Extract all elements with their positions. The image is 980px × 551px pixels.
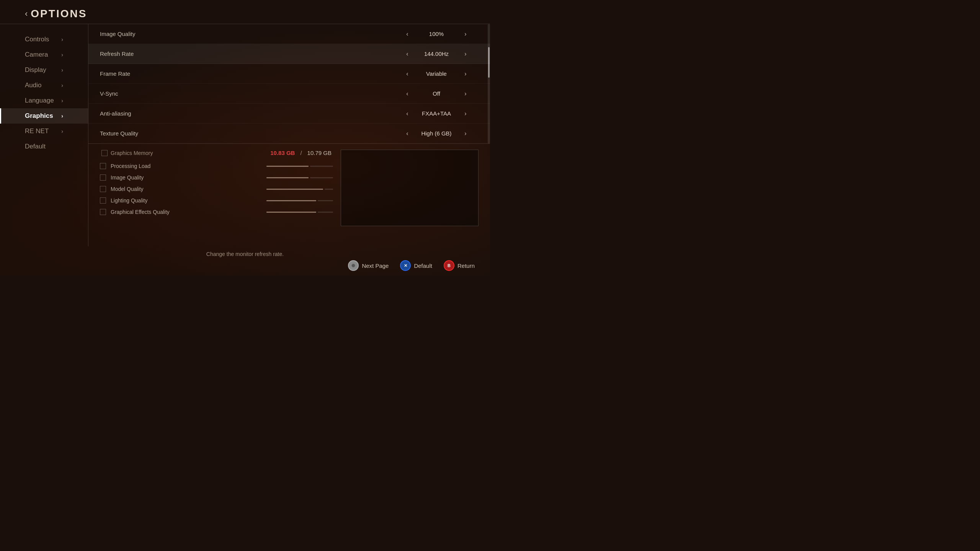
sidebar-item-renet[interactable]: RE NET › [0, 124, 88, 139]
memory-separator: / [300, 150, 302, 156]
memory-used: 10.83 GB [270, 150, 295, 156]
memory-info: Graphics Memory 10.83 GB / 10.79 GB [100, 150, 333, 156]
return-label: Return [457, 262, 475, 269]
next-page-button[interactable]: Next Page [348, 260, 389, 271]
checkbox-graphical-effects[interactable] [100, 209, 106, 215]
sidebar-label-default: Default [25, 143, 46, 150]
sidebar-label-display: Display [25, 66, 46, 74]
sidebar-label-renet: RE NET [25, 127, 49, 135]
checkbox-label-processing-load: Processing Load [111, 163, 260, 169]
setting-label-anti-aliasing: Anti-aliasing [100, 110, 394, 117]
arrow-left-vsync[interactable]: ‹ [403, 90, 411, 97]
return-button[interactable]: B Return [444, 260, 475, 271]
chevron-icon: › [61, 36, 63, 42]
bar-model-quality [266, 189, 333, 190]
sidebar-label-audio: Audio [25, 82, 41, 89]
bar-filled-model-quality [266, 189, 323, 190]
chevron-icon: › [61, 98, 63, 104]
sidebar-label-controls: Controls [25, 36, 49, 43]
setting-row-refresh-rate: Refresh Rate ‹ 144.00Hz › [88, 44, 490, 64]
chevron-icon: › [61, 67, 63, 73]
checkbox-label-model-quality: Model Quality [111, 186, 260, 192]
checkbox-lighting-quality[interactable] [100, 197, 106, 204]
bar-filled-lighting-quality [266, 200, 316, 201]
setting-controls-refresh-rate: ‹ 144.00Hz › [394, 51, 479, 57]
bar-filled-processing-load [266, 166, 309, 167]
sidebar-label-graphics: Graphics [25, 112, 53, 120]
checkbox-memory[interactable] [101, 150, 108, 156]
checkbox-image-quality-cb[interactable] [100, 174, 106, 181]
page-container: ‹ OPTIONS Controls › Camera › Display › … [0, 0, 490, 276]
sidebar-item-controls[interactable]: Controls › [0, 32, 88, 47]
setting-value-vsync: Off [417, 90, 456, 97]
setting-value-frame-rate: Variable [417, 70, 456, 77]
setting-controls-anti-aliasing: ‹ FXAA+TAA › [394, 110, 479, 117]
setting-controls-image-quality: ‹ 100% › [394, 31, 479, 37]
default-button[interactable]: ✕ Default [400, 260, 432, 271]
setting-row-vsync: V-Sync ‹ Off › [88, 84, 490, 104]
checkbox-row-graphical-effects: Graphical Effects Quality [100, 207, 333, 217]
bar-empty-graphical-effects [318, 212, 333, 213]
sidebar: Controls › Camera › Display › Audio › La… [0, 24, 88, 246]
memory-label: Graphics Memory [111, 150, 267, 156]
sidebar-item-language[interactable]: Language › [0, 93, 88, 108]
arrow-left-frame-rate[interactable]: ‹ [403, 70, 411, 77]
main-content: Controls › Camera › Display › Audio › La… [0, 24, 490, 246]
arrow-left-image-quality[interactable]: ‹ [403, 31, 411, 37]
bar-processing-load [266, 166, 333, 167]
arrow-left-anti-aliasing[interactable]: ‹ [403, 110, 411, 117]
bar-graphical-effects [266, 212, 333, 213]
settings-bottom: Graphics Memory 10.83 GB / 10.79 GB Proc… [88, 144, 490, 246]
chevron-icon: › [61, 52, 63, 58]
back-icon[interactable]: ‹ [25, 9, 28, 19]
setting-label-texture-quality: Texture Quality [100, 130, 394, 137]
footer-buttons: Next Page ✕ Default B Return [15, 260, 475, 271]
bar-empty-lighting-quality [318, 200, 333, 201]
arrow-right-anti-aliasing[interactable]: › [462, 110, 469, 117]
setting-row-frame-rate: Frame Rate ‹ Variable › [88, 64, 490, 84]
checkbox-label-graphical-effects: Graphical Effects Quality [111, 209, 260, 215]
header: ‹ OPTIONS [0, 0, 490, 24]
arrow-left-texture-quality[interactable]: ‹ [403, 130, 411, 137]
checkbox-model-quality[interactable] [100, 186, 106, 192]
bar-lighting-quality [266, 200, 333, 201]
default-label: Default [414, 262, 432, 269]
checkbox-row-processing-load: Processing Load [100, 161, 333, 171]
checkbox-label-image-quality: Image Quality [111, 174, 260, 181]
arrow-right-texture-quality[interactable]: › [462, 130, 469, 137]
page-title: OPTIONS [31, 8, 87, 20]
setting-controls-vsync: ‹ Off › [394, 90, 479, 97]
arrow-left-refresh-rate[interactable]: ‹ [403, 51, 411, 57]
back-title: ‹ OPTIONS [25, 8, 465, 20]
sidebar-label-camera: Camera [25, 51, 48, 59]
setting-value-refresh-rate: 144.00Hz [417, 51, 456, 57]
checkbox-row-model-quality: Model Quality [100, 184, 333, 194]
sidebar-item-graphics[interactable]: Graphics › [0, 108, 88, 124]
stick-icon [348, 260, 359, 271]
sidebar-item-default[interactable]: Default [0, 139, 88, 154]
sidebar-item-camera[interactable]: Camera › [0, 47, 88, 62]
setting-value-anti-aliasing: FXAA+TAA [417, 110, 456, 117]
sidebar-item-audio[interactable]: Audio › [0, 78, 88, 93]
bar-image-quality [266, 177, 333, 178]
checkbox-processing-load[interactable] [100, 163, 106, 169]
arrow-right-image-quality[interactable]: › [462, 31, 469, 37]
bar-empty-model-quality [325, 189, 333, 190]
arrow-right-vsync[interactable]: › [462, 90, 469, 97]
help-text: Change the monitor refresh rate. [206, 251, 284, 257]
chevron-icon: › [61, 128, 63, 134]
bar-empty-processing-load [310, 166, 333, 167]
sidebar-item-display[interactable]: Display › [0, 62, 88, 78]
checkbox-row-image-quality: Image Quality [100, 172, 333, 183]
settings-top: Image Quality ‹ 100% › Refresh Rate ‹ 14… [88, 24, 490, 144]
setting-label-refresh-rate: Refresh Rate [100, 51, 394, 57]
bar-filled-image-quality [266, 177, 309, 178]
settings-panel: Image Quality ‹ 100% › Refresh Rate ‹ 14… [88, 24, 490, 246]
setting-label-frame-rate: Frame Rate [100, 70, 394, 77]
chevron-icon: › [61, 113, 63, 119]
arrow-right-refresh-rate[interactable]: › [462, 51, 469, 57]
sidebar-label-language: Language [25, 97, 54, 104]
preview-box [341, 150, 479, 226]
arrow-right-frame-rate[interactable]: › [462, 70, 469, 77]
x-button-icon: ✕ [400, 260, 411, 271]
